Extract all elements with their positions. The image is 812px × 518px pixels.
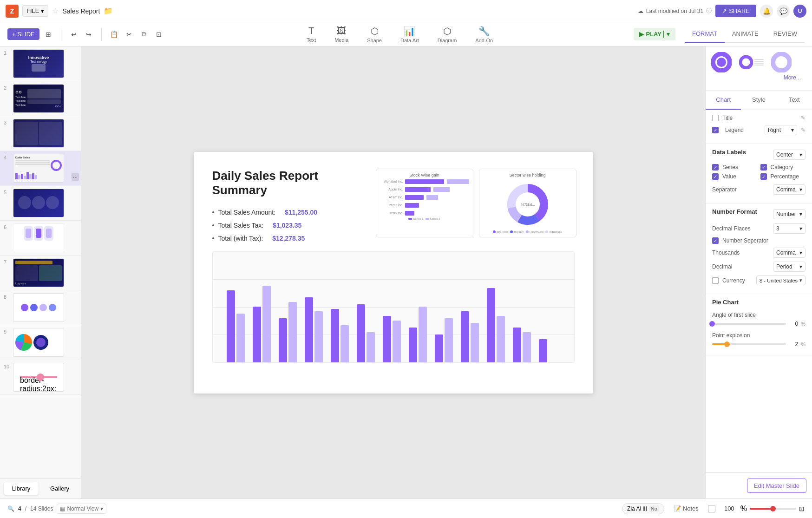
tool-addon[interactable]: 🔧 Add-On [471,24,497,45]
slide-thumb-6[interactable]: 6 [0,221,81,256]
panel-tab-chart[interactable]: Chart [706,91,741,110]
copy-button[interactable]: ⧉ [137,27,151,41]
tab-format[interactable]: FORMAT [685,26,725,43]
separator-chevron: ▾ [799,186,802,193]
chat-icon[interactable]: 💬 [777,5,790,18]
tool-diagram[interactable]: ⬡ Diagram [434,24,461,45]
thousands-select[interactable]: Comma ▾ [773,248,805,258]
category-checkbox[interactable]: ✓ [760,164,767,170]
slide-thumb-8[interactable]: 8 [0,290,81,325]
canvas-area: Daily Sales Report Summary Total Sales A… [81,46,705,498]
diagram-icon: ⬡ [443,26,451,37]
tab-review[interactable]: REVIEW [766,26,805,42]
number-format-select[interactable]: Number ▾ [773,209,805,219]
slide-thumb-2[interactable]: 2 ⊙⊙ Text lineText lineText line 150+ [0,81,81,116]
gallery-tab[interactable]: Gallery [42,482,77,495]
play-button[interactable]: ▶ PLAY ▾ [634,28,675,40]
chart-type-more[interactable]: More... [711,72,806,85]
notes-button[interactable]: 📝 Notes [670,503,702,514]
zoom-slider[interactable] [750,508,796,510]
panel-tab-style[interactable]: Style [741,91,776,110]
library-tab[interactable]: Library [4,482,39,495]
bullet-3-label: Total (with Tax): [218,235,263,242]
paste-button[interactable]: 📋 [107,27,121,41]
slide-preview-2: ⊙⊙ Text lineText lineText line 150+ [13,84,64,113]
slide-4-action-1[interactable]: ⋯ [72,173,79,181]
legend-edit-icon[interactable]: ✎ [801,127,805,133]
tab-animate[interactable]: ANIMATE [725,26,766,42]
title-checkbox[interactable] [712,115,719,121]
currency-checkbox[interactable] [712,277,719,284]
media-label: Media [334,37,348,43]
share-button[interactable]: ↗ SHARE [715,5,756,17]
data-labels-position-select[interactable]: Center ▾ [773,150,805,160]
edit-master-slide-button[interactable]: Edit Master Slide [747,479,806,493]
add-slide-button[interactable]: + SLIDE [7,28,39,40]
slide-thumb-3[interactable]: 3 [0,116,81,151]
decimal-select[interactable]: Period ▾ [773,262,805,272]
donut-svg: 44738.6... [504,181,551,228]
slide-thumb-5[interactable]: 5 [0,186,81,221]
folder-icon[interactable]: 📁 [104,7,113,15]
percentage-checkbox[interactable]: ✓ [760,173,767,180]
view-mode-select[interactable]: ▦ Normal View ▾ [57,504,106,514]
number-separator-checkbox[interactable]: ✓ [712,237,719,244]
layout-button[interactable]: ⊞ [41,27,55,41]
panel-tab-text[interactable]: Text [777,91,812,110]
cut-button[interactable]: ✂ [122,27,136,41]
file-label: FILE [26,7,39,14]
duplicate-button[interactable]: ⊡ [152,27,166,41]
favorite-icon[interactable]: ☆ [52,7,59,15]
legend-checkbox[interactable]: ✓ [712,127,719,133]
thousands-chevron: ▾ [799,249,802,256]
file-menu-button[interactable]: FILE ▾ [22,5,48,17]
slide-number-8: 8 [4,294,10,300]
slide-thumb-1[interactable]: 1 Innovative Technology [0,46,81,81]
tool-text[interactable]: T Text [303,24,320,45]
media-icon: 🖼 [337,26,346,36]
chart-type-donut-solid[interactable] [711,52,732,72]
mini-bar-chart[interactable]: Stock Wise gain Alphabet Inc. Apple Inc.… [376,169,473,237]
number-format-title: Number Format [712,208,773,215]
info-icon: ⓘ [706,7,712,15]
user-avatar[interactable]: U [793,5,806,18]
mini-donut-chart[interactable]: Sector wise holding 44738.6... Info Tech [479,169,576,237]
tool-shape[interactable]: ⬡ Shape [363,24,386,45]
slide-thumb-4[interactable]: 4 Daily Sales [0,151,81,186]
undo-button[interactable]: ↩ [67,27,81,41]
explosion-slider[interactable] [712,343,786,345]
series-checkbox[interactable]: ✓ [712,164,719,170]
play-chevron-icon[interactable]: ▾ [663,31,670,38]
share-icon: ↗ [722,7,727,14]
zoom-fit-icon[interactable]: ⊡ [799,505,805,512]
value-checkbox[interactable]: ✓ [712,173,719,180]
main-bar-chart[interactable] [212,251,575,363]
chart-type-donut-outline[interactable] [771,52,792,72]
series-label: Series [722,164,758,170]
slide-thumb-10[interactable]: 10 border-radius:2px; [0,360,81,395]
slide-thumb-7[interactable]: 7 Logistics [0,256,81,290]
pie-chart-section: Pie Chart Angle of first slice 0 % Point… [706,294,812,355]
decimal-places-select[interactable]: 3 ▾ [773,223,805,234]
zia-ai-button[interactable]: Zia AI No [622,503,664,514]
play-icon: ▶ [639,31,644,38]
separator-select[interactable]: Comma ▾ [773,184,805,195]
number-format-chevron: ▾ [799,211,802,217]
tool-media[interactable]: 🖼 Media [331,24,352,45]
legend-position-select[interactable]: Right ▾ [765,125,797,135]
currency-select[interactable]: $ - United States ▾ [756,275,805,285]
chart-type-donut-list[interactable] [739,55,764,69]
explosion-label: Point explosion [712,332,750,339]
title-edit-icon[interactable]: ✎ [801,115,805,121]
angle-slider[interactable] [712,323,786,325]
slide-canvas[interactable]: Daily Sales Report Summary Total Sales A… [194,152,593,393]
search-icon[interactable]: 🔍 [7,505,14,512]
bar-chart-mini-content: Alphabet Inc. Apple Inc. AT&T Inc. Pfize… [380,179,469,216]
notes-icon: 📝 [674,505,681,512]
grid-view-button[interactable] [708,505,715,512]
zoom-thumb[interactable] [770,506,776,511]
tool-data-art[interactable]: 📊 Data Art [397,24,423,45]
redo-button[interactable]: ↪ [82,27,96,41]
bell-icon[interactable]: 🔔 [760,5,773,18]
slide-thumb-9[interactable]: 9 [0,325,81,360]
